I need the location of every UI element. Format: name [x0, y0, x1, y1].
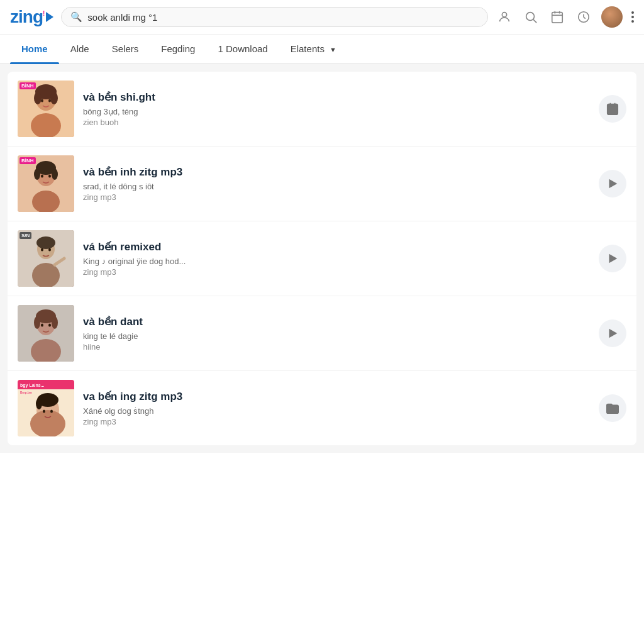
action-button-4[interactable] [599, 319, 626, 347]
svg-point-41 [34, 316, 40, 329]
svg-point-27 [48, 175, 51, 178]
svg-rect-16 [608, 104, 618, 115]
thumb-label-1: BÌNH [19, 82, 36, 89]
svg-line-2 [533, 19, 536, 23]
result-sub1-4: king te lé dagie [83, 331, 590, 341]
result-title-5: va bến ing zitg mp3 [83, 390, 590, 403]
logo[interactable]: zing ! [10, 7, 53, 27]
svg-point-53 [36, 398, 42, 409]
svg-point-0 [502, 13, 506, 17]
svg-point-12 [34, 92, 42, 104]
result-title-3: vá bến remixed [83, 240, 590, 253]
header-icons [496, 6, 634, 28]
svg-point-32 [36, 236, 55, 249]
play-icon-3 [606, 252, 619, 265]
svg-point-33 [41, 248, 43, 252]
thumbnail-4 [18, 305, 74, 362]
result-sub1-3: King ♪ original ÿie dog hod... [83, 257, 590, 266]
list-item: bgy Lains... Bnrp.bm va bến ing zitg mp3… [8, 371, 636, 445]
nav-item-home[interactable]: Home [10, 35, 59, 63]
result-tag-1: zien buoh [83, 118, 590, 127]
svg-rect-3 [552, 13, 563, 23]
svg-point-15 [48, 99, 51, 103]
user-icon[interactable] [496, 8, 513, 26]
thumbnail-2: BÌNH [18, 155, 74, 212]
play-icon-2 [606, 177, 619, 191]
svg-point-26 [41, 175, 43, 178]
logo-text: zing [10, 7, 43, 27]
list-item: và bền dant king te lé dagie hiine [8, 296, 636, 371]
logo-exclamation: ! [43, 10, 44, 17]
clock-icon[interactable] [575, 8, 592, 26]
action-button-2[interactable] [599, 170, 626, 197]
result-tag-5: zing mp3 [83, 417, 590, 426]
svg-point-1 [526, 13, 535, 21]
result-tag-2: zing mp3 [83, 192, 590, 202]
svg-text:Bnrp.bm: Bnrp.bm [20, 391, 32, 394]
nav-bar: Home Alde Selers Fegding 1 Download Elat… [0, 35, 644, 64]
svg-point-42 [52, 316, 58, 329]
action-button-3[interactable] [599, 245, 626, 272]
result-sub1-1: bông 3ụd, téng [83, 107, 590, 116]
result-sub1-2: srad, it lé dông s iôt [83, 182, 590, 191]
thumb-image-5: bgy Lains... Bnrp.bm [18, 380, 74, 436]
svg-point-44 [48, 324, 51, 327]
nav-item-fegding[interactable]: Fegding [150, 35, 206, 63]
avatar[interactable] [601, 6, 623, 28]
header: zing ! 🔍 [0, 0, 644, 35]
svg-point-13 [50, 92, 58, 104]
result-info-4: và bền dant king te lé dagie hiine [83, 315, 590, 352]
thumb-image-4 [18, 305, 74, 362]
list-item: BÌNH và bền shi.ght bông 3ụd, t [8, 72, 636, 147]
svg-marker-45 [609, 329, 618, 338]
svg-point-14 [41, 99, 43, 103]
result-title-4: và bền dant [83, 315, 590, 328]
dropdown-arrow-icon: ▼ [330, 46, 336, 53]
result-info-5: va bến ing zitg mp3 Xáné olg dog ṡtngh z… [83, 390, 590, 426]
svg-marker-36 [609, 254, 618, 264]
thumbnail-5: bgy Lains... Bnrp.bm [18, 380, 74, 436]
result-info-3: vá bến remixed King ♪ original ÿie dog h… [83, 240, 590, 277]
result-title-2: và bền inh zitg mp3 [83, 165, 590, 179]
svg-point-25 [52, 169, 58, 180]
thumb-label-3: S/N [19, 232, 31, 239]
search-bar[interactable]: 🔍 [61, 7, 488, 27]
svg-point-43 [41, 324, 43, 327]
logo-arrow-icon [46, 12, 53, 22]
result-title-1: và bền shi.ght [83, 91, 590, 104]
folder-icon [606, 401, 619, 415]
calendar-action-icon [606, 102, 619, 116]
result-sub1-5: Xáné olg dog ṡtngh [83, 406, 590, 416]
play-icon-4 [606, 326, 619, 340]
nav-item-alde[interactable]: Alde [59, 35, 101, 63]
results-list: BÌNH và bền shi.ght bông 3ụd, t [8, 72, 636, 445]
search-input[interactable] [87, 12, 479, 23]
list-item: S/N vá bến remixed King ♪ original ÿie d… [8, 221, 636, 296]
calendar-icon[interactable] [548, 8, 566, 26]
nav-item-download[interactable]: 1 Download [206, 35, 279, 63]
thumbnail-1: BÌNH [18, 80, 74, 137]
avatar-image [601, 6, 623, 28]
thumb-label-2: BÌNH [19, 157, 36, 164]
result-tag-3: zing mp3 [83, 267, 590, 277]
nav-item-elatents[interactable]: Elatents ▼ [279, 35, 348, 63]
svg-marker-28 [609, 179, 618, 189]
thumbnail-3: S/N [18, 230, 74, 287]
action-button-1[interactable] [599, 95, 626, 123]
action-button-5[interactable] [599, 394, 626, 422]
content-area: BÌNH và bền shi.ght bông 3ụd, t [0, 64, 644, 453]
nav-item-selers[interactable]: Selers [101, 35, 150, 63]
more-menu-icon[interactable] [631, 11, 634, 23]
svg-point-51 [30, 410, 65, 436]
result-tag-4: hiine [83, 342, 590, 352]
result-info-2: và bền inh zitg mp3 srad, it lé dông s i… [83, 165, 590, 202]
list-item: BÌNH và bền inh zitg mp3 srad, it lé dôn… [8, 147, 636, 221]
svg-point-54 [43, 410, 45, 413]
svg-point-55 [50, 410, 53, 413]
svg-point-24 [34, 169, 40, 180]
search-icon[interactable] [522, 8, 540, 26]
svg-text:bgy Lains...: bgy Lains... [20, 383, 45, 388]
svg-point-34 [48, 248, 51, 252]
result-info-1: và bền shi.ght bông 3ụd, téng zien buoh [83, 91, 590, 127]
search-prefix-icon: 🔍 [70, 11, 82, 23]
